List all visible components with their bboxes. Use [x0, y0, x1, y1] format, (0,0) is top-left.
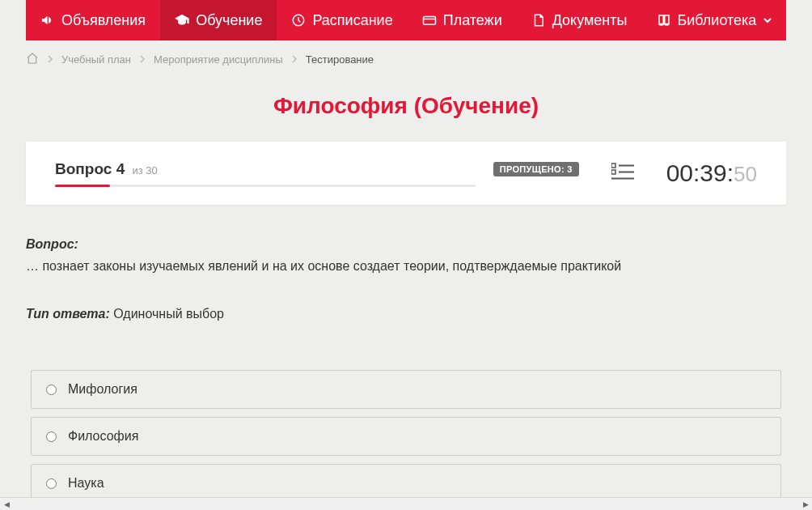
nav-tab-label: Расписание	[312, 12, 392, 29]
nav-tab-label: Платежи	[443, 12, 502, 29]
answer-radio-0[interactable]	[46, 385, 57, 395]
skipped-badge: ПРОПУЩЕНО: 3	[493, 162, 579, 176]
answer-radio-1[interactable]	[46, 431, 57, 442]
breadcrumb-current: Тестирование	[306, 53, 374, 66]
scroll-left-icon[interactable]: ◀	[0, 498, 13, 511]
main-nav: ОбъявленияОбучениеРасписаниеПлатежиДокум…	[26, 0, 786, 40]
nav-tab-label: Обучение	[196, 12, 262, 29]
page-title: Философия (Обучение)	[26, 79, 786, 142]
nav-tab-label: Объявления	[61, 12, 146, 29]
nav-tab-5[interactable]: Библиотека	[642, 0, 788, 40]
svg-rect-5	[611, 170, 615, 174]
card-icon	[422, 13, 437, 28]
quiz-header: Вопрос 4 из 30 ПРОПУЩЕНО: 3	[26, 142, 786, 205]
question-count: из 30	[132, 164, 157, 176]
timer: 00:39:50	[666, 159, 757, 187]
nav-tab-4[interactable]: Документы	[517, 0, 642, 40]
question-label: Вопрос:	[26, 237, 786, 252]
answer-radio-2[interactable]	[46, 478, 57, 489]
svg-rect-1	[423, 17, 435, 25]
answer-option-0[interactable]: Мифология	[31, 370, 781, 409]
question-list-icon[interactable]	[611, 162, 634, 185]
answer-type: Тип ответа: Одиночный выбор	[26, 307, 786, 321]
question-text: … познает законы изучаемых явлений и на …	[26, 257, 786, 276]
answer-option-2[interactable]: Наука	[31, 464, 781, 497]
breadcrumb: Учебный планМероприятие дисциплины Тести…	[26, 40, 786, 79]
answer-option-text: Наука	[68, 476, 104, 491]
megaphone-icon	[40, 13, 55, 28]
clock-icon	[291, 13, 306, 28]
question-number-label: Вопрос 4	[55, 160, 129, 177]
nav-tab-2[interactable]: Расписание	[277, 0, 407, 40]
answer-option-text: Философия	[68, 429, 138, 444]
answer-option-text: Мифология	[68, 382, 137, 397]
horizontal-scrollbar[interactable]: ◀ ▶	[0, 497, 812, 510]
chevron-right-icon	[291, 53, 298, 66]
answer-option-1[interactable]: Философия	[31, 417, 781, 456]
nav-tab-label: Документы	[552, 12, 628, 29]
document-icon	[531, 13, 546, 28]
svg-rect-3	[611, 164, 615, 168]
scroll-right-icon[interactable]: ▶	[799, 498, 812, 511]
answer-options: МифологияФилософияНаука	[26, 370, 786, 497]
graduation-icon	[175, 13, 189, 28]
breadcrumb-link-0[interactable]: Учебный план	[61, 53, 131, 66]
chevron-right-icon	[139, 53, 146, 66]
home-icon[interactable]	[26, 52, 39, 67]
nav-tab-label: Библиотека	[678, 12, 757, 29]
breadcrumb-link-1[interactable]: Мероприятие дисциплины	[154, 53, 283, 66]
progress-bar	[55, 185, 476, 187]
nav-tab-1[interactable]: Обучение	[160, 0, 277, 40]
chevron-right-icon	[47, 53, 53, 66]
nav-tab-0[interactable]: Объявления	[26, 0, 160, 40]
chevron-down-icon	[763, 15, 772, 25]
nav-tab-3[interactable]: Платежи	[408, 0, 517, 40]
book-icon	[657, 13, 671, 28]
